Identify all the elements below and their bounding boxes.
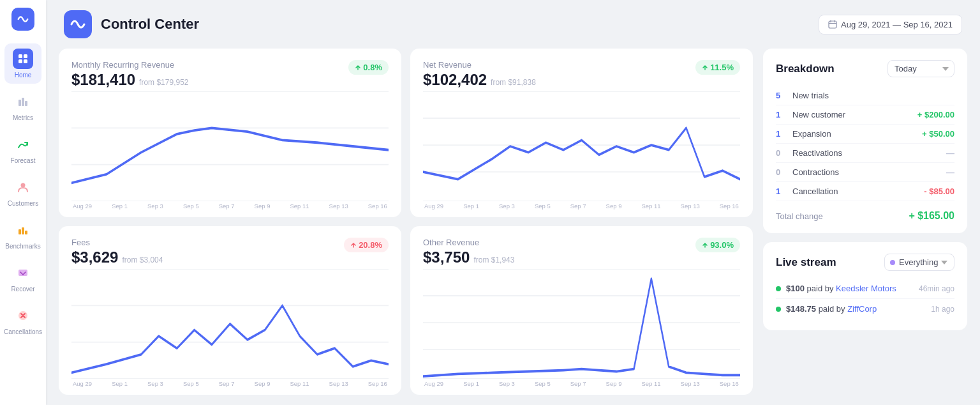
- sidebar-item-recover[interactable]: Recover: [4, 257, 41, 298]
- charts-grid: Monthly Recurring Revenue $181,410 from …: [59, 49, 753, 395]
- breakdown-label-trials: New trials: [792, 91, 954, 100]
- arrow-up-icon-net: [702, 65, 708, 71]
- app-logo[interactable]: [11, 8, 34, 31]
- sidebar-label-forecast: Forecast: [11, 157, 36, 164]
- sidebar: Home Metrics Forecast Customers: [0, 0, 46, 405]
- mrr-from: from $179,952: [139, 78, 188, 87]
- breakdown-count-contractions: 0: [776, 167, 786, 177]
- svg-point-7: [21, 183, 26, 188]
- net-from: from $91,838: [491, 78, 536, 87]
- breakdown-row-reactivations: 0 Reactivations —: [776, 144, 954, 163]
- svg-rect-2: [19, 59, 22, 63]
- breakdown-value-newcustomer: + $200.00: [917, 110, 954, 119]
- net-chart: [423, 91, 740, 201]
- breakdown-title: Breakdown: [776, 63, 835, 75]
- sidebar-item-cancellations[interactable]: Cancellations: [4, 300, 41, 340]
- breakdown-label-newcustomer: New customer: [792, 110, 917, 119]
- header-logo: [64, 10, 92, 38]
- breakdown-label-cancellation: Cancellation: [792, 187, 924, 196]
- livestream-text-1: $100 paid by Keedsler Motors: [786, 284, 896, 293]
- fees-badge: 20.8%: [344, 238, 389, 252]
- sidebar-item-customers[interactable]: Customers: [4, 172, 41, 212]
- sidebar-label-metrics: Metrics: [13, 114, 33, 121]
- net-badge-text: 11.5%: [710, 63, 734, 72]
- svg-rect-8: [19, 229, 21, 234]
- mrr-title: Monthly Recurring Revenue: [71, 60, 189, 70]
- net-badge: 11.5%: [695, 60, 740, 75]
- breakdown-total-value: + $165.00: [909, 210, 954, 222]
- arrow-up-icon-other: [702, 242, 708, 248]
- breakdown-row-newcustomer: 1 New customer + $200.00: [776, 105, 954, 125]
- mrr-xaxis: Aug 29Sep 1Sep 3Sep 5Sep 7Sep 9Sep 11Sep…: [71, 202, 389, 210]
- sidebar-item-benchmarks[interactable]: Benchmarks: [4, 215, 41, 255]
- fees-badge-text: 20.8%: [359, 240, 382, 250]
- livestream-title: Live stream: [776, 256, 836, 269]
- arrow-up-icon: [355, 65, 361, 71]
- fees-card: Fees $3,629 from $3,004 20.8%: [59, 226, 401, 395]
- breakdown-count-cancellation: 1: [776, 187, 786, 196]
- livestream-dot-1: [776, 286, 781, 291]
- mrr-card: Monthly Recurring Revenue $181,410 from …: [59, 49, 401, 217]
- calendar-icon: [828, 20, 837, 29]
- date-range[interactable]: Aug 29, 2021 — Sep 16, 2021: [819, 15, 962, 34]
- date-range-text: Aug 29, 2021 — Sep 16, 2021: [841, 20, 953, 29]
- other-badge-text: 93.0%: [710, 240, 734, 250]
- svg-rect-3: [24, 59, 27, 63]
- livestream-time-1: 46min ago: [919, 284, 954, 293]
- livestream-item-2: $148.75 paid by ZiffCorp 1h ago: [776, 299, 954, 319]
- breakdown-total-row: Total change + $165.00: [776, 204, 954, 222]
- svg-rect-4: [19, 100, 21, 106]
- livestream-item-1: $100 paid by Keedsler Motors 46min ago: [776, 279, 954, 299]
- sidebar-item-metrics[interactable]: Metrics: [4, 86, 41, 126]
- breakdown-count-newcustomer: 1: [776, 110, 786, 119]
- breakdown-row-cancellation: 1 Cancellation - $85.00: [776, 182, 954, 201]
- breakdown-label-reactivations: Reactivations: [792, 148, 946, 158]
- mrr-chart: [71, 91, 389, 201]
- sidebar-item-forecast[interactable]: Forecast: [4, 129, 41, 169]
- svg-rect-1: [24, 54, 27, 58]
- sidebar-label-customers: Customers: [8, 200, 38, 207]
- other-chart: [423, 269, 740, 379]
- breakdown-row-contractions: 0 Contractions —: [776, 163, 954, 182]
- page-title: Control Center: [101, 16, 199, 33]
- sidebar-item-home[interactable]: Home: [4, 43, 41, 84]
- sidebar-label-benchmarks: Benchmarks: [5, 243, 41, 250]
- livestream-dropdown-wrap[interactable]: Everything Payments Trials: [884, 254, 954, 271]
- other-badge: 93.0%: [695, 238, 740, 252]
- livestream-dropdown[interactable]: Everything Payments Trials: [899, 257, 949, 267]
- header-left: Control Center: [64, 10, 199, 38]
- svg-rect-9: [22, 227, 24, 234]
- breakdown-label-contractions: Contractions: [792, 167, 946, 177]
- other-card: Other Revenue $3,750 from $1,943 93.0%: [410, 226, 753, 395]
- mrr-value: $181,410: [71, 71, 135, 89]
- mrr-badge: 0.8%: [348, 60, 389, 75]
- svg-rect-5: [22, 98, 24, 106]
- breakdown-value-expansion: + $50.00: [922, 129, 954, 139]
- mrr-badge-text: 0.8%: [363, 63, 382, 72]
- breakdown-value-cancellation: - $85.00: [924, 187, 954, 196]
- svg-rect-10: [25, 231, 27, 234]
- livestream-card: Live stream Everything Payments Trials: [763, 242, 967, 330]
- breakdown-count-expansion: 1: [776, 129, 786, 139]
- header: Control Center Aug 29, 2021 — Sep 16, 20…: [46, 0, 980, 49]
- livestream-dot-2: [776, 307, 781, 312]
- net-card: Net Revenue $102,402 from $91,838 11.5%: [410, 49, 753, 217]
- breakdown-value-reactivations: —: [946, 148, 954, 158]
- breakdown-card: Breakdown Today Yesterday This week This…: [763, 49, 967, 233]
- net-title: Net Revenue: [423, 60, 536, 70]
- sidebar-label-recover: Recover: [11, 286, 34, 293]
- other-xaxis: Aug 29Sep 1Sep 3Sep 5Sep 7Sep 9Sep 11Sep…: [423, 380, 740, 387]
- breakdown-total-label: Total change: [776, 211, 823, 221]
- fees-from: from $3,004: [122, 256, 163, 264]
- svg-rect-13: [829, 21, 836, 28]
- sidebar-label-cancellations: Cancellations: [4, 328, 42, 335]
- livestream-text-2: $148.75 paid by ZiffCorp: [786, 304, 877, 314]
- svg-rect-0: [19, 54, 22, 58]
- content-area: Monthly Recurring Revenue $181,410 from …: [46, 49, 980, 405]
- other-title: Other Revenue: [423, 238, 514, 247]
- breakdown-row-trials: 5 New trials: [776, 86, 954, 105]
- sidebar-label-home: Home: [15, 72, 32, 79]
- breakdown-dropdown[interactable]: Today Yesterday This week This month: [887, 60, 954, 77]
- fees-xaxis: Aug 29Sep 1Sep 3Sep 5Sep 7Sep 9Sep 11Sep…: [71, 380, 389, 387]
- fees-title: Fees: [71, 238, 163, 247]
